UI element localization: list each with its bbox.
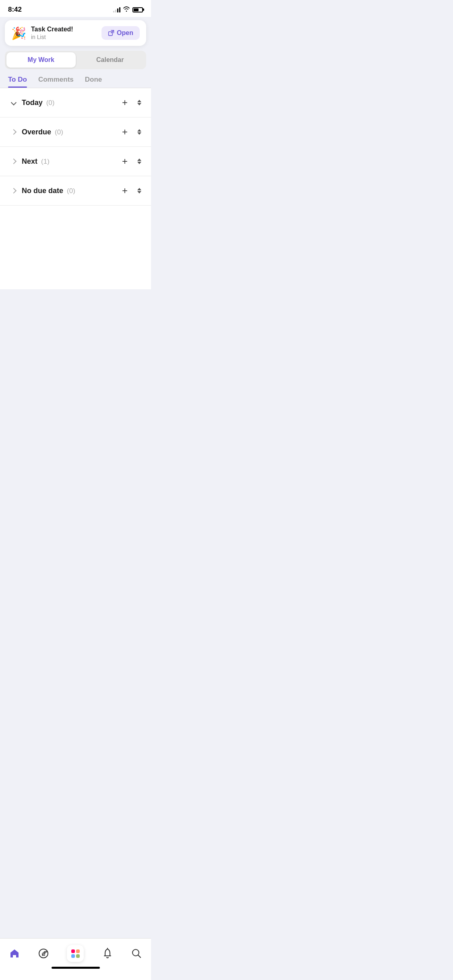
chevron-overdue[interactable] bbox=[8, 130, 19, 134]
section-no-due-date: No due date (0) + bbox=[0, 176, 151, 206]
chevron-next[interactable] bbox=[8, 159, 19, 163]
section-overdue-count: (0) bbox=[55, 128, 63, 136]
empty-content bbox=[0, 289, 151, 450]
wifi-icon bbox=[123, 6, 130, 13]
section-no-due-date-count: (0) bbox=[67, 187, 75, 195]
sort-overdue-button[interactable] bbox=[136, 128, 143, 136]
chevron-right-icon bbox=[11, 188, 17, 194]
sort-arrows-icon bbox=[137, 159, 141, 164]
chevron-right-icon bbox=[11, 129, 17, 135]
section-overdue-actions: + bbox=[120, 126, 143, 138]
status-bar: 8:42 bbox=[0, 0, 151, 17]
section-overdue-label: Overdue (0) bbox=[22, 128, 120, 136]
sort-arrows-icon bbox=[137, 100, 141, 105]
sort-arrows-icon bbox=[137, 188, 141, 194]
section-next-label: Next (1) bbox=[22, 157, 120, 166]
status-icons bbox=[113, 6, 143, 13]
status-time: 8:42 bbox=[8, 6, 22, 14]
section-next: Next (1) + bbox=[0, 147, 151, 176]
tab-calendar[interactable]: Calendar bbox=[76, 52, 145, 68]
tab-comments[interactable]: Comments bbox=[38, 76, 74, 88]
section-today-count: (0) bbox=[46, 99, 55, 107]
section-next-actions: + bbox=[120, 155, 143, 168]
tab-my-work[interactable]: My Work bbox=[6, 52, 76, 68]
add-no-due-date-button[interactable]: + bbox=[120, 184, 129, 197]
section-today-label: Today (0) bbox=[22, 99, 120, 107]
open-external-icon bbox=[108, 30, 114, 36]
tab-done[interactable]: Done bbox=[85, 76, 102, 88]
sub-tabs: To Do Comments Done bbox=[0, 69, 151, 88]
sort-no-due-date-button[interactable] bbox=[136, 186, 143, 195]
notification-title: Task Created! bbox=[31, 26, 73, 33]
section-no-due-date-label: No due date (0) bbox=[22, 187, 120, 195]
notification-emoji: 🎉 bbox=[11, 26, 26, 40]
section-today: Today (0) + bbox=[0, 88, 151, 117]
signal-icon bbox=[113, 7, 120, 12]
chevron-today[interactable] bbox=[8, 101, 19, 105]
content-area: Today (0) + Overdue (0) + bbox=[0, 88, 151, 289]
add-today-button[interactable]: + bbox=[120, 96, 129, 109]
notification-content: 🎉 Task Created! in List bbox=[11, 26, 73, 40]
chevron-right-icon bbox=[11, 159, 17, 164]
sort-today-button[interactable] bbox=[136, 98, 143, 107]
section-overdue: Overdue (0) + bbox=[0, 117, 151, 147]
section-no-due-date-actions: + bbox=[120, 184, 143, 197]
chevron-no-due-date[interactable] bbox=[8, 189, 19, 193]
open-button-label: Open bbox=[117, 29, 133, 37]
notification-banner: 🎉 Task Created! in List Open bbox=[5, 20, 146, 46]
section-today-actions: + bbox=[120, 96, 143, 109]
sort-arrows-icon bbox=[137, 129, 141, 135]
notification-subtitle: in List bbox=[31, 34, 73, 40]
battery-icon bbox=[132, 7, 143, 12]
add-overdue-button[interactable]: + bbox=[120, 126, 129, 138]
tab-todo[interactable]: To Do bbox=[8, 76, 27, 88]
chevron-down-icon bbox=[11, 100, 17, 105]
open-button[interactable]: Open bbox=[101, 26, 140, 40]
section-next-count: (1) bbox=[41, 158, 50, 165]
main-tabs: My Work Calendar bbox=[5, 51, 146, 69]
sort-next-button[interactable] bbox=[136, 157, 143, 166]
add-next-button[interactable]: + bbox=[120, 155, 129, 168]
